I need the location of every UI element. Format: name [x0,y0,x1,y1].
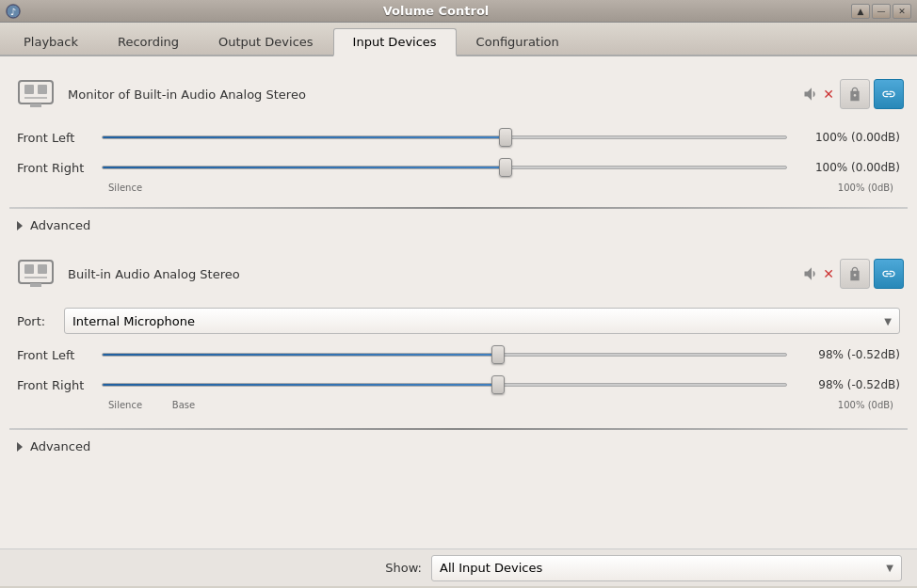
tick-labels-builtin: Silence Base 100% (0dB) [102,400,900,410]
slider-fill-monitor-fr [103,167,506,168]
tick-100-builtin: 100% (0dB) [838,400,893,410]
channel-row-monitor-fl: Front Left 100% (0.00dB) [9,122,908,152]
lock-channels-button-monitor[interactable] [840,79,870,109]
bottom-bar: Show: All Input Devices ▼ [0,548,917,586]
mute-x-icon-builtin: ✕ [823,266,834,281]
window-scroll-up[interactable]: ▲ [851,4,870,19]
port-select-arrow: ▼ [884,316,892,326]
show-select[interactable]: All Input Devices ▼ [431,555,902,581]
slider-fill-builtin-fr [103,384,498,386]
port-select-builtin[interactable]: Internal Microphone ▼ [64,308,900,334]
slider-fill-builtin-fl [103,354,498,356]
channel-value-builtin-fr: 98% (-0.52dB) [796,378,900,391]
svg-rect-7 [19,261,53,283]
port-value-builtin: Internal Microphone [72,314,195,328]
channel-row-builtin-fl: Front Left 98% (-0.52dB) [9,340,908,370]
window-close[interactable]: ✕ [893,4,911,19]
device-name-builtin: Built-in Audio Analog Stereo [68,267,791,281]
svg-rect-2 [19,81,53,103]
window-controls: ▲ — ✕ [851,4,911,19]
mute-x-icon: ✕ [823,87,834,102]
lock-channels-button-builtin[interactable] [840,259,870,289]
channel-value-monitor-fl: 100% (0.00dB) [796,131,900,144]
tab-configuration[interactable]: Configuration [457,28,579,56]
port-row-builtin: Port: Internal Microphone ▼ [9,302,908,340]
mute-button-builtin[interactable]: ✕ [800,262,836,285]
slider-thumb-monitor-fl[interactable] [499,128,512,147]
mute-button-monitor[interactable]: ✕ [800,83,836,105]
slider-fill-monitor-fl [103,136,506,138]
slider-builtin-fl[interactable] [102,343,787,366]
separator-builtin [9,428,908,430]
slider-monitor-fr[interactable] [102,156,787,179]
svg-rect-11 [30,283,41,287]
advanced-triangle-monitor [17,221,23,230]
window-title: Volume Control [21,4,851,18]
svg-rect-3 [24,85,34,94]
slider-builtin-fr[interactable] [102,373,787,396]
advanced-section-builtin[interactable]: Advanced [9,436,908,457]
show-label: Show: [385,561,422,575]
tick-silence-monitor: Silence [108,183,142,193]
separator-monitor [9,207,908,209]
device-controls-monitor: ✕ [800,79,904,109]
channel-label-monitor-fl: Front Left [17,131,92,145]
show-value: All Input Devices [440,561,542,575]
svg-rect-4 [38,85,47,94]
device-card-monitor: Monitor of Built-in Audio Analog Stereo … [9,66,908,236]
channel-label-builtin-fl: Front Left [17,348,92,362]
tick-area-builtin: Silence Base 100% (0dB) [9,400,908,422]
device-icon-monitor [13,72,58,117]
slider-monitor-fl[interactable] [102,126,787,149]
tick-base-builtin: Base [172,400,195,410]
device-icon-builtin [13,251,58,296]
tick-silence-builtin: Silence [108,400,142,410]
titlebar: ♪ Volume Control ▲ — ✕ [0,0,917,23]
slider-thumb-monitor-fr[interactable] [499,158,512,177]
device-card-builtin: Built-in Audio Analog Stereo ✕ [9,246,908,457]
channel-row-builtin-fr: Front Right 98% (-0.52dB) [9,370,908,400]
channel-label-monitor-fr: Front Right [17,161,92,175]
svg-rect-9 [38,264,47,274]
advanced-section-monitor[interactable]: Advanced [9,215,908,236]
link-channels-button-builtin[interactable] [874,259,904,289]
show-select-arrow: ▼ [886,563,893,573]
tab-output-devices[interactable]: Output Devices [199,28,333,56]
link-channels-button-monitor[interactable] [874,79,904,109]
channel-row-monitor-fr: Front Right 100% (0.00dB) [9,152,908,183]
advanced-label-monitor: Advanced [30,218,90,232]
device-header-builtin: Built-in Audio Analog Stereo ✕ [9,246,908,302]
tab-playback[interactable]: Playback [4,28,98,56]
bottom-spacer [9,465,908,512]
device-controls-builtin: ✕ [800,259,904,289]
tick-labels-monitor: Silence 100% (0dB) [102,183,900,193]
channel-value-monitor-fr: 100% (0.00dB) [796,161,900,174]
port-label-builtin: Port: [17,314,55,328]
device-header-monitor: Monitor of Built-in Audio Analog Stereo … [9,66,908,122]
svg-text:♪: ♪ [10,7,16,17]
app-icon: ♪ [6,4,21,19]
advanced-triangle-builtin [17,442,23,452]
device-name-monitor: Monitor of Built-in Audio Analog Stereo [68,87,791,102]
svg-rect-6 [30,103,41,107]
tabbar: Playback Recording Output Devices Input … [0,23,917,56]
svg-rect-8 [24,264,34,274]
tick-100-monitor: 100% (0dB) [838,183,893,193]
advanced-label-builtin: Advanced [30,439,90,453]
window-minimize[interactable]: — [872,4,891,19]
main-content: Monitor of Built-in Audio Analog Stereo … [0,56,917,586]
tab-input-devices[interactable]: Input Devices [333,28,457,56]
tick-area-monitor: Silence 100% (0dB) [9,183,908,201]
slider-thumb-builtin-fl[interactable] [491,345,505,364]
channel-label-builtin-fr: Front Right [17,378,92,392]
tab-recording[interactable]: Recording [98,28,199,56]
slider-thumb-builtin-fr[interactable] [491,375,505,394]
channel-value-builtin-fl: 98% (-0.52dB) [796,348,900,361]
